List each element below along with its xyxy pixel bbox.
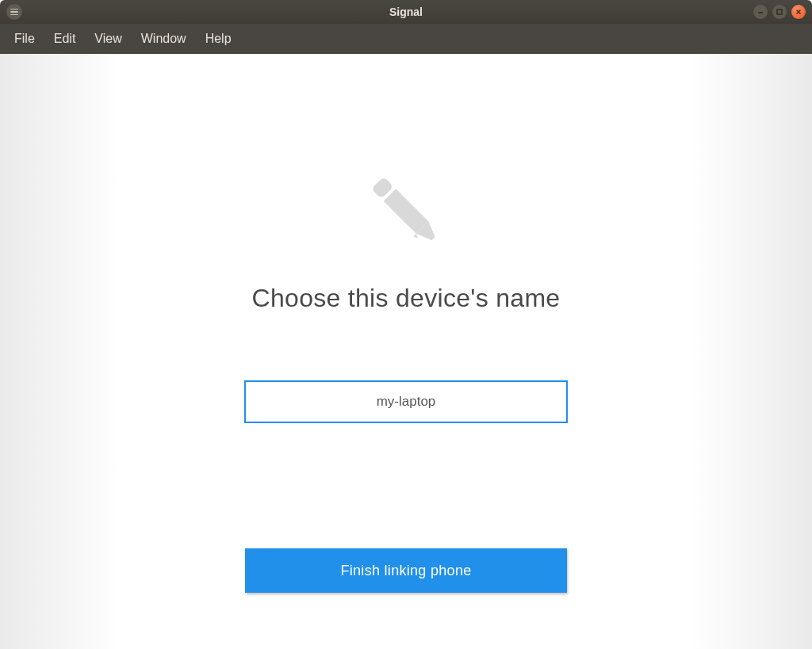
menu-help[interactable]: Help [197, 29, 239, 49]
close-button[interactable] [791, 5, 806, 19]
svg-rect-5 [384, 189, 429, 234]
menu-file[interactable]: File [6, 29, 43, 49]
page-heading: Choose this device's name [252, 284, 561, 313]
minimize-button[interactable] [753, 5, 768, 19]
window-title: Signal [389, 6, 423, 18]
menu-window[interactable]: Window [133, 29, 194, 49]
device-name-input[interactable] [244, 380, 568, 423]
menubar: File Edit View Window Help [0, 24, 812, 54]
titlebar: Signal [0, 0, 812, 24]
menu-view[interactable]: View [86, 29, 129, 49]
menu-edit[interactable]: Edit [46, 29, 84, 49]
svg-rect-1 [777, 10, 782, 14]
finish-linking-button[interactable]: Finish linking phone [245, 548, 567, 593]
pencil-icon [350, 157, 462, 268]
app-menu-icon[interactable] [6, 4, 22, 20]
main-content: Choose this device's name Finish linking… [0, 54, 812, 649]
window-controls [753, 5, 806, 19]
maximize-button[interactable] [772, 5, 787, 19]
